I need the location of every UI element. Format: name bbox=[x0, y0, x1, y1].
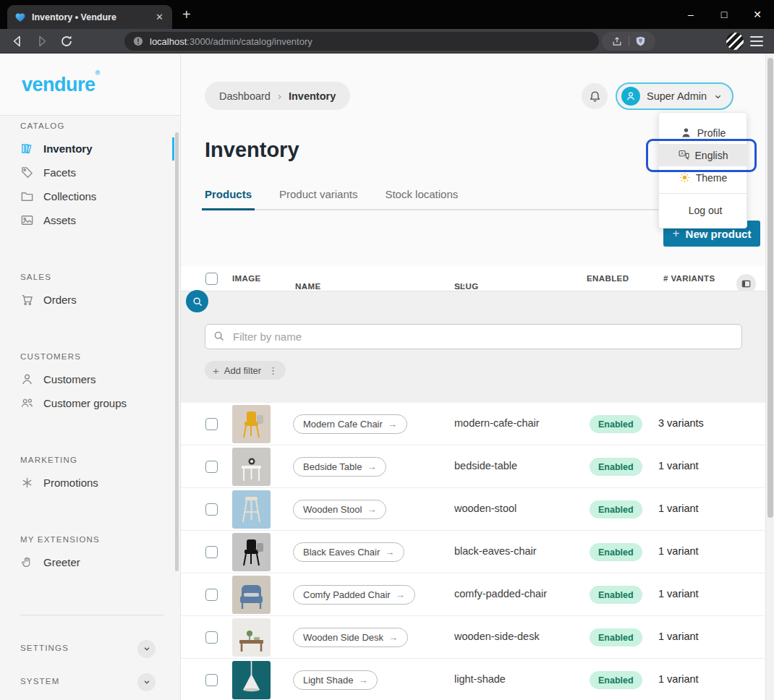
window-maximize-icon[interactable]: □ bbox=[707, 0, 741, 29]
site-info-icon[interactable] bbox=[133, 36, 143, 46]
menu-item-english[interactable]: A English bbox=[659, 144, 747, 166]
browser-tab[interactable]: Inventory • Vendure ✕ bbox=[7, 5, 172, 29]
product-thumbnail[interactable] bbox=[232, 618, 271, 657]
sort-icon[interactable]: ↓↑ bbox=[298, 282, 307, 291]
sidebar-item-facets[interactable]: Facets bbox=[0, 161, 180, 184]
variant-count: 1 variant bbox=[658, 503, 699, 514]
row-checkbox[interactable] bbox=[205, 631, 218, 644]
browser-menu-icon[interactable] bbox=[750, 36, 763, 48]
status-badge: Enabled bbox=[590, 415, 642, 433]
row-checkbox[interactable] bbox=[205, 503, 218, 516]
search-icon bbox=[213, 330, 225, 342]
breadcrumb-dashboard[interactable]: Dashboard bbox=[219, 90, 271, 102]
browser-profile-avatar[interactable] bbox=[726, 33, 744, 50]
sidebar-item-inventory[interactable]: Inventory bbox=[0, 137, 180, 161]
product-name-button[interactable]: Wooden Stool → bbox=[293, 500, 386, 519]
sidebar-collapsed-sections: SETTINGS SYSTEM bbox=[0, 637, 180, 693]
menu-item-theme[interactable]: Theme bbox=[659, 166, 747, 189]
breadcrumb-inventory[interactable]: Inventory bbox=[289, 90, 336, 102]
page-scrollbar[interactable] bbox=[765, 54, 774, 700]
toolbar-extensions bbox=[602, 32, 655, 51]
sidebar-item-greeter[interactable]: Greeter bbox=[0, 550, 180, 574]
window-minimize-icon[interactable]: – bbox=[674, 0, 707, 29]
product-name-button[interactable]: Comfy Padded Chair → bbox=[293, 585, 415, 605]
sidebar-section-label: CATALOG bbox=[20, 121, 180, 132]
sidebar-scrollbar[interactable] bbox=[175, 132, 179, 571]
svg-text:A: A bbox=[681, 151, 684, 155]
product-thumbnail[interactable] bbox=[232, 576, 271, 614]
product-thumbnail[interactable] bbox=[232, 405, 271, 443]
brave-shield-icon[interactable] bbox=[635, 35, 646, 47]
sidebar-section-label: CUSTOMERS bbox=[20, 352, 180, 362]
url-bar[interactable]: localhost:3000/admin/catalog/inventory bbox=[124, 32, 599, 51]
product-name-button[interactable]: Bedside Table → bbox=[293, 457, 386, 477]
product-name-button[interactable]: Light Shade → bbox=[293, 670, 378, 690]
plus-icon: + bbox=[673, 226, 680, 241]
tab-close-icon[interactable]: ✕ bbox=[154, 12, 165, 22]
new-tab-icon[interactable]: + bbox=[182, 7, 191, 23]
arrow-right-icon: → bbox=[388, 419, 397, 430]
toolbar-divider bbox=[629, 36, 629, 46]
product-thumbnail[interactable] bbox=[232, 533, 271, 571]
cart-icon bbox=[20, 293, 34, 307]
tab-product-variants[interactable]: Product variants bbox=[279, 188, 357, 209]
table-row: Wooden Side Desk → wooden-side-desk Enab… bbox=[181, 616, 765, 659]
product-name-button[interactable]: Black Eaves Chair → bbox=[293, 542, 404, 562]
reload-icon[interactable] bbox=[59, 34, 74, 48]
sidebar-section: MARKETING Promotions bbox=[0, 456, 180, 495]
user-menu-button[interactable]: Super Admin bbox=[616, 82, 733, 110]
user-avatar-icon bbox=[621, 87, 640, 106]
sidebar-item-promotions[interactable]: Promotions bbox=[0, 471, 180, 495]
tab-stock-locations[interactable]: Stock locations bbox=[385, 188, 458, 209]
sidebar-item-customers[interactable]: Customers bbox=[0, 367, 180, 391]
forward-icon[interactable] bbox=[35, 34, 49, 48]
notifications-button[interactable] bbox=[582, 83, 608, 109]
product-thumbnail[interactable] bbox=[232, 448, 271, 486]
product-thumbnail[interactable] bbox=[232, 490, 271, 529]
vendure-logo[interactable]: vendure® bbox=[22, 74, 100, 96]
sidebar-section-system[interactable]: SYSTEM bbox=[0, 670, 180, 693]
search-toggle-button[interactable] bbox=[186, 290, 208, 312]
product-slug: light-shade bbox=[454, 673, 506, 685]
tab-products[interactable]: Products bbox=[205, 188, 252, 209]
expand-button[interactable] bbox=[137, 640, 156, 658]
kebab-menu-icon[interactable]: ⋮ bbox=[268, 365, 278, 376]
scrollbar-thumb[interactable] bbox=[767, 58, 773, 518]
product-name-button[interactable]: Wooden Side Desk → bbox=[293, 628, 408, 647]
sidebar-section: CUSTOMERS Customers Customer groups bbox=[0, 352, 180, 415]
row-checkbox[interactable] bbox=[205, 418, 218, 430]
library-icon bbox=[20, 142, 34, 155]
table-row: Wooden Stool → wooden-stool Enabled 1 va… bbox=[181, 488, 765, 531]
language-icon: A bbox=[678, 149, 690, 161]
row-checkbox[interactable] bbox=[205, 546, 218, 558]
chevron-down-icon bbox=[143, 644, 151, 653]
breadcrumb[interactable]: Dashboard › Inventory bbox=[205, 82, 350, 110]
row-checkbox[interactable] bbox=[205, 589, 218, 601]
sidebar-section-settings[interactable]: SETTINGS bbox=[0, 637, 180, 660]
window-close-icon[interactable]: ✕ bbox=[741, 0, 774, 29]
menu-divider bbox=[659, 193, 747, 194]
row-checkbox[interactable] bbox=[205, 674, 218, 686]
column-settings-button[interactable] bbox=[736, 274, 756, 294]
filter-by-name-input[interactable] bbox=[205, 324, 742, 349]
share-icon[interactable] bbox=[611, 35, 623, 47]
menu-item-log-out[interactable]: Log out bbox=[659, 198, 747, 222]
sidebar-item-orders[interactable]: Orders bbox=[0, 288, 180, 312]
product-name-button[interactable]: Modern Cafe Chair → bbox=[293, 414, 407, 434]
sort-icon[interactable]: ↓↑ bbox=[457, 282, 466, 291]
product-thumbnail[interactable] bbox=[232, 661, 271, 699]
table-rows: Modern Cafe Chair → modern-cafe-chair En… bbox=[181, 403, 765, 700]
sidebar-item-customer-groups[interactable]: Customer groups bbox=[0, 391, 180, 415]
row-checkbox[interactable] bbox=[205, 461, 218, 473]
expand-button[interactable] bbox=[137, 673, 156, 691]
add-filter-button[interactable]: + Add filter ⋮ bbox=[205, 361, 286, 380]
status-badge: Enabled bbox=[590, 458, 642, 476]
sidebar-item-collections[interactable]: Collections bbox=[0, 184, 180, 208]
chevron-right-icon: › bbox=[278, 90, 281, 102]
variant-count: 1 variant bbox=[658, 673, 699, 685]
menu-item-profile[interactable]: Profile bbox=[659, 121, 747, 144]
sidebar-item-assets[interactable]: Assets bbox=[0, 208, 180, 232]
arrow-right-icon: → bbox=[396, 589, 405, 600]
back-icon[interactable] bbox=[10, 34, 25, 48]
select-all-checkbox[interactable] bbox=[205, 273, 218, 285]
